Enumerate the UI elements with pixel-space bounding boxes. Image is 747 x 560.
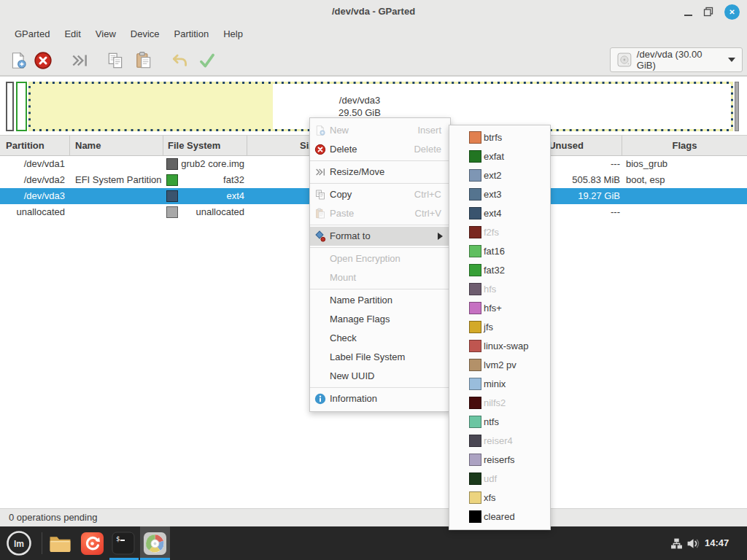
partition-context-menu: NewInsertDeleteDeleteResize/MoveCopyCtrl…: [309, 117, 451, 412]
context-menu-item-information[interactable]: Information: [310, 389, 450, 408]
context-menu-item-new-uuid[interactable]: New UUID: [310, 367, 450, 386]
volume-tray-icon[interactable]: [684, 526, 702, 560]
menu-gparted[interactable]: GParted: [7, 23, 57, 45]
context-menu-item-format-to[interactable]: Format to: [310, 227, 450, 246]
format-to-option-fat32[interactable]: fat32: [449, 261, 550, 280]
submenu-item-label: lvm2 pv: [484, 359, 516, 370]
new-partition-button[interactable]: [6, 48, 31, 73]
file-system-color-swatch: [469, 340, 481, 352]
menu-view[interactable]: View: [88, 23, 123, 45]
format-to-option-reiserfs[interactable]: reiserfs: [449, 451, 550, 470]
maximize-button[interactable]: [703, 7, 713, 17]
statusbar: 0 operations pending: [0, 508, 747, 526]
context-menu-item-manage-flags[interactable]: Manage Flags: [310, 310, 450, 329]
format-to-option-nilfs2: nilfs2: [449, 394, 550, 413]
format-to-option-exfat[interactable]: exfat: [449, 147, 550, 166]
menu-device[interactable]: Device: [123, 23, 167, 45]
menu-help[interactable]: Help: [216, 23, 250, 45]
submenu-item-label: exfat: [484, 151, 504, 162]
context-menu-item-name-partition[interactable]: Name Partition: [310, 291, 450, 310]
submenu-item-label: jfs: [484, 322, 493, 332]
file-manager-icon[interactable]: [45, 526, 74, 560]
resize-move-button[interactable]: [67, 48, 92, 73]
submenu-arrow-icon: [438, 233, 443, 240]
format-to-option-ext2[interactable]: ext2: [449, 166, 550, 185]
header-flags: Flags: [622, 136, 747, 155]
terminal-icon[interactable]: $: [108, 526, 139, 560]
cell-flags: [626, 204, 744, 220]
menu-item-shortcut: Ctrl+C: [414, 185, 441, 204]
context-menu-item-new: NewInsert: [310, 121, 450, 140]
apply-operations-button[interactable]: [195, 48, 220, 73]
paste-icon: [134, 51, 153, 70]
cell-name: [75, 188, 163, 204]
context-menu-item-paste: PasteCtrl+V: [310, 204, 450, 223]
format-to-option-ntfs[interactable]: ntfs: [449, 413, 550, 432]
disk-visual-partition-vda1[interactable]: [6, 82, 14, 131]
file-system-color-swatch: [469, 321, 481, 333]
submenu-item-label: hfs: [484, 284, 496, 295]
format-to-option-linux-swap[interactable]: linux-swap: [449, 337, 550, 356]
disk-visual-partition-vda2[interactable]: [16, 82, 27, 131]
format-to-option-fat16[interactable]: fat16: [449, 242, 550, 261]
cell-partition: /dev/vda2: [0, 172, 65, 188]
format-to-option-hfs-[interactable]: hfs+: [449, 299, 550, 318]
format-to-option-xfs[interactable]: xfs: [449, 489, 550, 508]
format-to-option-btrfs[interactable]: btrfs: [449, 128, 550, 147]
copy-icon: [106, 51, 125, 70]
information-icon: [314, 393, 326, 405]
new-partition-icon: [9, 51, 28, 70]
copy-button[interactable]: [103, 48, 128, 73]
file-system-color-swatch: [469, 188, 481, 201]
format-to-option-ext3[interactable]: ext3: [449, 185, 550, 204]
new-partition-icon: [314, 125, 326, 136]
context-menu-item-resize-move[interactable]: Resize/Move: [310, 163, 450, 182]
menu-separator: [310, 387, 450, 388]
clock[interactable]: 14:47: [705, 526, 729, 560]
menu-item-label: Name Partition: [330, 295, 392, 306]
device-selector-value: /dev/vda (30.00 GiB): [637, 49, 723, 71]
menu-item-label: New UUID: [330, 370, 374, 381]
submenu-item-label: xfs: [484, 492, 496, 503]
context-menu-item-label-file-system[interactable]: Label File System: [310, 348, 450, 367]
paste-button[interactable]: [131, 48, 156, 73]
network-tray-icon[interactable]: [668, 526, 684, 560]
submenu-item-label: nilfs2: [484, 397, 506, 408]
context-menu-item-open-encryption: Open Encryption: [310, 249, 450, 268]
menu-separator: [310, 160, 450, 161]
file-system-color-swatch: [469, 150, 481, 163]
cell-flags: [626, 188, 744, 204]
menu-item-label: Delete: [330, 144, 357, 155]
cell-file-system: grub2 core.img: [163, 156, 244, 172]
menu-item-shortcut: Ctrl+V: [415, 204, 441, 223]
menu-partition[interactable]: Partition: [167, 23, 217, 45]
submenu-item-label: reiser4: [484, 435, 513, 446]
format-to-submenu: btrfsexfatext2ext3ext4f2fsfat16fat32hfsh…: [449, 125, 551, 530]
format-to-option-minix[interactable]: minix: [449, 375, 550, 394]
undo-button[interactable]: [168, 48, 193, 73]
context-menu-item-copy[interactable]: CopyCtrl+C: [310, 185, 450, 204]
close-button[interactable]: ✕: [724, 4, 740, 20]
format-to-option-ext4[interactable]: ext4: [449, 204, 550, 223]
context-menu-item-check[interactable]: Check: [310, 329, 450, 348]
menu-item-shortcut: Delete: [414, 140, 441, 159]
mint-menu-button[interactable]: lm: [3, 526, 35, 560]
device-selector[interactable]: /dev/vda (30.00 GiB): [610, 47, 743, 72]
menu-edit[interactable]: Edit: [57, 23, 88, 45]
menu-item-label: Information: [330, 393, 377, 404]
menu-item-label: Label File System: [330, 351, 405, 362]
format-to-option-lvm2-pv[interactable]: lvm2 pv: [449, 356, 550, 375]
copy-icon: [314, 189, 326, 201]
context-menu-item-delete[interactable]: DeleteDelete: [310, 140, 450, 159]
gparted-taskbar-icon[interactable]: [140, 526, 170, 560]
toolbar: /dev/vda (30.00 GiB): [0, 45, 747, 76]
apply-icon: [198, 51, 217, 70]
disk-visual-unallocated-sliver[interactable]: [735, 82, 739, 131]
delete-partition-button[interactable]: [31, 48, 55, 73]
format-to-option-cleared[interactable]: cleared: [449, 508, 550, 526]
resize-move-icon: [314, 166, 326, 178]
minimize-button[interactable]: [684, 14, 692, 16]
firefox-icon[interactable]: [77, 526, 107, 560]
format-to-option-jfs[interactable]: jfs: [449, 318, 550, 337]
cell-file-system: ext4: [163, 188, 244, 204]
